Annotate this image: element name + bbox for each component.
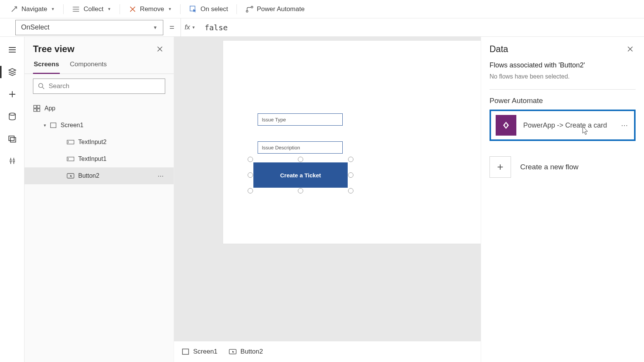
search-icon [38,83,45,90]
canvas-surface[interactable]: Issue Type Issue Description Create a Ti… [223,41,481,244]
tree-view-button[interactable] [3,63,21,81]
canvas-button2[interactable]: Create a Ticket [253,162,348,188]
chevron-down-icon: ▼ [153,25,158,30]
on-select-label: On select [200,5,228,13]
collect-button[interactable]: Collect ▼ [67,3,117,16]
svg-point-5 [251,6,253,8]
hamburger-button[interactable] [3,41,21,59]
cursor-icon [189,5,197,13]
powerapps-icon [496,115,516,136]
svg-point-2 [73,11,74,11]
collect-label: Collect [84,5,104,13]
search-input[interactable] [49,82,160,90]
svg-point-9 [39,84,43,88]
button-icon [229,349,237,354]
tree-label: Screen1 [61,122,84,129]
tree-view-panel: Tree view Screens Components App [25,37,174,362]
chevron-down-icon: ▼ [51,7,55,11]
close-tree-button[interactable] [154,44,165,54]
tree-label: TextInput2 [78,139,107,146]
data-button[interactable] [3,107,21,126]
crumb-label: Button2 [240,348,263,355]
canvas-area: Issue Type Issue Description Create a Ti… [174,37,481,362]
property-dropdown[interactable]: OnSelect ▼ [15,20,163,35]
data-title: Data [490,44,508,54]
divider [490,89,636,90]
tree-item-screen1[interactable]: ▾ Screen1 [25,117,174,134]
fx-label: fx [185,23,190,31]
data-panel: Data Flows associated with 'Button2' No … [481,37,644,362]
power-automate-button[interactable]: Power Automate [240,3,310,16]
flow-more-button[interactable]: ⋯ [619,120,629,131]
formula-input[interactable]: false [199,23,644,32]
collect-icon [72,5,80,13]
navigate-label: Navigate [21,5,47,13]
remove-button[interactable]: Remove ▼ [123,3,177,16]
svg-rect-7 [9,136,14,141]
separator [237,4,237,14]
separator [120,4,120,14]
tree-item-textinput2[interactable]: TextInput2 [25,134,174,151]
svg-point-4 [246,10,248,12]
tree-label: Button2 [78,172,99,179]
navigate-button[interactable]: Navigate ▼ [5,3,60,16]
svg-point-6 [9,113,15,115]
svg-rect-12 [34,109,36,111]
svg-rect-10 [34,105,36,108]
tools-button[interactable] [3,152,21,170]
crumb-screen1[interactable]: Screen1 [182,348,217,355]
fx-button[interactable]: fx ▼ [181,18,199,37]
button-label: Create a Ticket [280,172,321,179]
insert-button[interactable] [3,85,21,103]
tree-item-button2[interactable]: Button2 ⋯ [25,167,174,184]
no-flows-text: No flows have been selected. [490,73,636,80]
tree-title: Tree view [33,44,74,54]
textinput-icon [67,140,74,144]
left-rail [0,37,25,362]
separator [180,4,181,14]
screen-icon [182,348,189,355]
create-new-flow-button[interactable]: + Create a new flow [490,156,636,178]
screen-icon [50,122,57,129]
chevron-down-icon: ▼ [168,7,172,11]
on-select-button[interactable]: On select [184,3,233,16]
crumb-label: Screen1 [193,348,217,355]
flows-associated-label: Flows associated with 'Button2' [490,61,636,69]
flow-item-create-card[interactable]: PowerApp -> Create a card ⋯ [490,110,636,141]
new-flow-label: Create a new flow [520,163,578,171]
svg-rect-14 [51,123,56,128]
navigate-icon [10,5,18,13]
canvas-textinput1[interactable]: Issue Description [258,141,343,154]
breadcrumb: Screen1 Button2 [174,341,481,362]
tree-item-textinput1[interactable]: TextInput1 [25,151,174,167]
chevron-down-icon: ▼ [192,25,196,29]
media-button[interactable] [3,129,21,148]
input-placeholder: Issue Description [262,145,300,151]
power-automate-heading: Power Automate [490,97,636,105]
input-placeholder: Issue Type [262,117,286,123]
remove-label: Remove [140,5,164,13]
tab-components[interactable]: Components [69,57,107,74]
textinput-icon [67,157,74,161]
power-automate-label: Power Automate [257,5,305,13]
plus-icon: + [490,156,511,178]
svg-point-1 [73,9,74,10]
property-value: OnSelect [21,23,49,31]
tree-label: App [44,105,55,112]
top-toolbar: Navigate ▼ Collect ▼ Remove ▼ On select … [0,0,644,18]
chevron-down-icon: ▾ [44,123,46,128]
tree-item-app[interactable]: App [25,100,174,117]
search-box[interactable] [33,79,165,94]
app-icon [33,105,41,112]
svg-point-0 [73,7,74,7]
crumb-button2[interactable]: Button2 [229,348,263,355]
more-button[interactable]: ⋯ [156,171,165,181]
svg-rect-13 [37,109,40,111]
svg-rect-8 [10,138,16,142]
canvas-textinput2[interactable]: Issue Type [258,113,343,126]
close-data-button[interactable] [625,44,636,54]
tab-screens[interactable]: Screens [33,57,60,74]
flow-label: PowerApp -> Create a card [523,121,613,129]
remove-icon [128,5,137,13]
chevron-down-icon: ▼ [107,7,111,11]
